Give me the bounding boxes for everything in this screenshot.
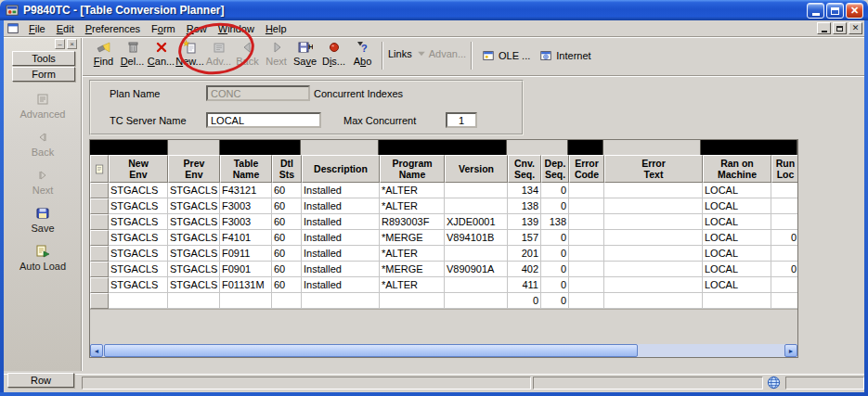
menu-window[interactable]: Window bbox=[213, 21, 260, 36]
grid-cell[interactable]: Installed bbox=[302, 277, 380, 293]
grid-cell[interactable] bbox=[445, 198, 508, 214]
grid-cell[interactable]: 0 bbox=[771, 230, 798, 246]
links-dropdown-icon[interactable] bbox=[416, 48, 427, 59]
grid-cell[interactable] bbox=[272, 293, 302, 309]
column-header-run-loc[interactable]: Run Loc bbox=[771, 155, 798, 183]
grid-cell[interactable] bbox=[604, 277, 703, 293]
grid-cell[interactable]: STGACLS bbox=[168, 198, 220, 214]
plan-name-field[interactable] bbox=[206, 85, 310, 101]
menu-preferences[interactable]: Preferences bbox=[80, 21, 146, 36]
grid-cell[interactable]: 201 bbox=[508, 246, 541, 262]
grid-cell[interactable]: 0 bbox=[541, 262, 569, 277]
grid-cell[interactable]: 60 bbox=[272, 214, 302, 230]
grid-cell[interactable] bbox=[569, 277, 604, 293]
grid-cell[interactable] bbox=[569, 230, 604, 246]
grid-cell[interactable]: 157 bbox=[508, 230, 541, 246]
toolbar-button-dis[interactable]: Dis... bbox=[319, 39, 348, 73]
grid-cell[interactable]: 60 bbox=[272, 262, 302, 277]
row-header-cell[interactable] bbox=[90, 277, 109, 293]
panel-collapse-button[interactable]: – bbox=[55, 39, 65, 49]
mdi-child-icon[interactable] bbox=[6, 22, 19, 35]
grid-cell[interactable]: 402 bbox=[508, 262, 541, 277]
grid-cell[interactable] bbox=[569, 214, 604, 230]
grid-cell[interactable]: STGACLS bbox=[109, 198, 168, 214]
sidebar-item-save[interactable]: Save bbox=[6, 203, 80, 241]
toolbar-button-can[interactable]: Can... bbox=[147, 39, 175, 73]
grid-cell[interactable] bbox=[604, 246, 703, 262]
grid-cell[interactable]: Installed bbox=[302, 262, 380, 277]
grid-cell[interactable]: 134 bbox=[508, 183, 541, 198]
grid-cell[interactable] bbox=[771, 277, 798, 293]
grid-horizontal-scrollbar[interactable]: ◄ ► bbox=[90, 344, 797, 357]
grid-cell[interactable]: 138 bbox=[541, 214, 569, 230]
grid-cell[interactable] bbox=[771, 183, 798, 198]
grid-cell[interactable] bbox=[771, 214, 798, 230]
grid-cell[interactable]: LOCAL bbox=[703, 246, 771, 262]
grid-cell[interactable]: STGACLS bbox=[168, 262, 220, 277]
column-header-dep-seq[interactable]: Dep. Seq. bbox=[541, 155, 569, 183]
sidebar-item-auto-load[interactable]: Auto Load bbox=[6, 241, 80, 279]
grid-cell[interactable]: STGACLS bbox=[168, 277, 220, 293]
row-header-cell[interactable] bbox=[90, 183, 109, 198]
grid-cell[interactable] bbox=[569, 246, 604, 262]
mdi-restore-button[interactable] bbox=[833, 22, 847, 34]
grid-cell[interactable]: STGACLS bbox=[109, 183, 168, 198]
column-header-ran-on-machine[interactable]: Ran on Machine bbox=[703, 155, 771, 183]
column-header-dtl-sts[interactable]: Dtl Sts bbox=[272, 155, 302, 183]
grid-cell[interactable]: Installed bbox=[302, 198, 380, 214]
row-header-cell[interactable] bbox=[90, 293, 109, 309]
scroll-right-button[interactable]: ► bbox=[784, 344, 797, 357]
grid-cell[interactable]: STGACLS bbox=[109, 230, 168, 246]
grid-cell[interactable]: F0901 bbox=[220, 262, 272, 277]
maximize-button[interactable] bbox=[826, 3, 844, 19]
row-header-cell[interactable] bbox=[90, 230, 109, 246]
row-header-cell[interactable] bbox=[90, 214, 109, 230]
grid-cell[interactable]: *MERGE bbox=[380, 230, 445, 246]
grid-cell[interactable]: F01131M bbox=[220, 277, 272, 293]
grid-cell[interactable]: F4101 bbox=[220, 230, 272, 246]
grid-cell[interactable]: LOCAL bbox=[703, 214, 771, 230]
column-header-version[interactable]: Version bbox=[445, 155, 508, 183]
grid-cell[interactable]: 139 bbox=[508, 214, 541, 230]
grid-cell[interactable]: Installed bbox=[302, 183, 380, 198]
grid-cell[interactable] bbox=[380, 293, 445, 309]
close-button[interactable]: ✕ bbox=[846, 3, 863, 19]
row-header-cell[interactable] bbox=[90, 262, 109, 277]
grid-cell[interactable] bbox=[445, 246, 508, 262]
internet-button[interactable]: Internet bbox=[535, 47, 595, 64]
grid-cell[interactable]: 0 bbox=[541, 183, 569, 198]
grid-cell[interactable]: LOCAL bbox=[703, 198, 771, 214]
grid-cell[interactable] bbox=[569, 262, 604, 277]
grid-cell[interactable]: STGACLS bbox=[109, 214, 168, 230]
grid-cell[interactable]: 0 bbox=[541, 246, 569, 262]
grid-cell[interactable]: 0 bbox=[541, 277, 569, 293]
grid-cell[interactable]: 0 bbox=[541, 230, 569, 246]
scrollbar-thumb[interactable] bbox=[104, 344, 638, 357]
grid-cell[interactable]: 60 bbox=[272, 198, 302, 214]
grid-cell[interactable]: LOCAL bbox=[703, 277, 771, 293]
menu-row[interactable]: Row bbox=[181, 21, 213, 36]
grid-cell[interactable]: LOCAL bbox=[703, 262, 771, 277]
toolbar-button-new[interactable]: New... bbox=[175, 39, 204, 73]
column-header-table-name[interactable]: Table Name bbox=[220, 155, 272, 183]
grid-cell[interactable]: LOCAL bbox=[703, 183, 771, 198]
menu-file[interactable]: File bbox=[23, 21, 51, 36]
grid-cell[interactable]: STGACLS bbox=[168, 214, 220, 230]
grid-cell[interactable]: STGACLS bbox=[109, 262, 168, 277]
column-header-cnv-seq[interactable]: Cnv. Seq. bbox=[508, 155, 541, 183]
grid-cell[interactable] bbox=[703, 293, 771, 309]
grid-cell[interactable]: XJDE0001 bbox=[445, 214, 508, 230]
grid-cell[interactable]: F3003 bbox=[220, 198, 272, 214]
grid-cell[interactable]: 60 bbox=[272, 183, 302, 198]
column-header-description[interactable]: Description bbox=[302, 155, 380, 183]
links-dropdown-value[interactable]: Advan... bbox=[429, 48, 466, 59]
form-exit-bar[interactable]: Form bbox=[12, 67, 75, 82]
grid-cell[interactable] bbox=[445, 277, 508, 293]
grid-cell[interactable] bbox=[109, 293, 168, 309]
column-header-error-text[interactable]: Error Text bbox=[604, 155, 703, 183]
grid-cell[interactable]: *ALTER bbox=[380, 277, 445, 293]
grid-cell[interactable]: STGACLS bbox=[168, 230, 220, 246]
grid-cell[interactable]: Installed bbox=[302, 214, 380, 230]
grid-cell[interactable] bbox=[604, 293, 703, 309]
grid-cell[interactable]: R893003F bbox=[380, 214, 445, 230]
